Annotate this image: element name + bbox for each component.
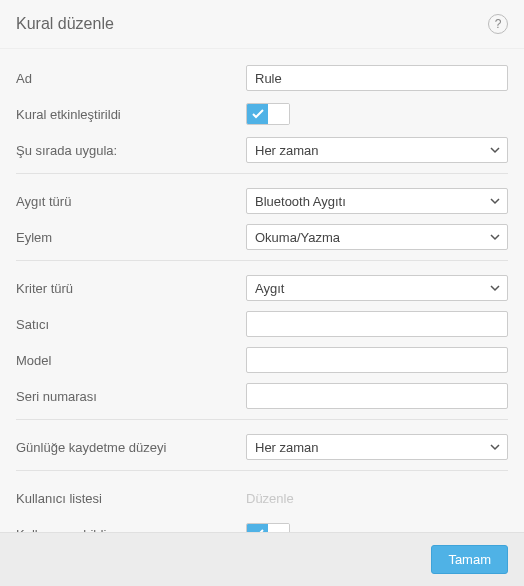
row-action: Eylem Okuma/Yazma	[16, 224, 508, 250]
row-model: Model	[16, 347, 508, 373]
check-icon	[247, 524, 268, 532]
userlist-edit-link: Düzenle	[246, 491, 294, 506]
action-label: Eylem	[16, 230, 246, 245]
device-type-label: Aygıt türü	[16, 194, 246, 209]
action-select[interactable]: Okuma/Yazma	[246, 224, 508, 250]
dialog-title: Kural düzenle	[16, 15, 114, 33]
ok-button[interactable]: Tamam	[431, 545, 508, 574]
row-name: Ad	[16, 65, 508, 91]
row-vendor: Satıcı	[16, 311, 508, 337]
name-input[interactable]	[246, 65, 508, 91]
serial-label: Seri numarası	[16, 389, 246, 404]
row-device-type: Aygıt türü Bluetooth Aygıtı	[16, 188, 508, 214]
model-label: Model	[16, 353, 246, 368]
chevron-down-icon	[489, 282, 501, 294]
vendor-input[interactable]	[246, 311, 508, 337]
criteria-select[interactable]: Aygıt	[246, 275, 508, 301]
row-criteria: Kriter türü Aygıt	[16, 275, 508, 301]
dialog-content: Ad Kural etkinleştirildi Şu sırada uygul…	[0, 49, 524, 532]
serial-input[interactable]	[246, 383, 508, 409]
log-label: Günlüğe kaydetme düzeyi	[16, 440, 246, 455]
device-type-value: Bluetooth Aygıtı	[255, 194, 346, 209]
row-notify: Kullanıcıya bildir	[16, 521, 508, 532]
dialog-header: Kural düzenle ?	[0, 0, 524, 49]
apply-label: Şu sırada uygula:	[16, 143, 246, 158]
divider	[16, 419, 508, 420]
vendor-label: Satıcı	[16, 317, 246, 332]
name-label: Ad	[16, 71, 246, 86]
log-select[interactable]: Her zaman	[246, 434, 508, 460]
enabled-label: Kural etkinleştirildi	[16, 107, 246, 122]
log-value: Her zaman	[255, 440, 319, 455]
divider	[16, 260, 508, 261]
divider	[16, 470, 508, 471]
row-enabled: Kural etkinleştirildi	[16, 101, 508, 127]
apply-value: Her zaman	[255, 143, 319, 158]
row-apply: Şu sırada uygula: Her zaman	[16, 137, 508, 163]
chevron-down-icon	[489, 441, 501, 453]
check-icon	[247, 104, 268, 124]
notify-toggle[interactable]	[246, 523, 290, 532]
model-input[interactable]	[246, 347, 508, 373]
dialog-footer: Tamam	[0, 532, 524, 586]
help-icon[interactable]: ?	[488, 14, 508, 34]
chevron-down-icon	[489, 144, 501, 156]
chevron-down-icon	[489, 195, 501, 207]
criteria-label: Kriter türü	[16, 281, 246, 296]
enabled-toggle[interactable]	[246, 103, 290, 125]
criteria-value: Aygıt	[255, 281, 284, 296]
row-userlist: Kullanıcı listesi Düzenle	[16, 485, 508, 511]
userlist-label: Kullanıcı listesi	[16, 491, 246, 506]
apply-select[interactable]: Her zaman	[246, 137, 508, 163]
row-serial: Seri numarası	[16, 383, 508, 409]
chevron-down-icon	[489, 231, 501, 243]
row-log: Günlüğe kaydetme düzeyi Her zaman	[16, 434, 508, 460]
divider	[16, 173, 508, 174]
device-type-select[interactable]: Bluetooth Aygıtı	[246, 188, 508, 214]
action-value: Okuma/Yazma	[255, 230, 340, 245]
